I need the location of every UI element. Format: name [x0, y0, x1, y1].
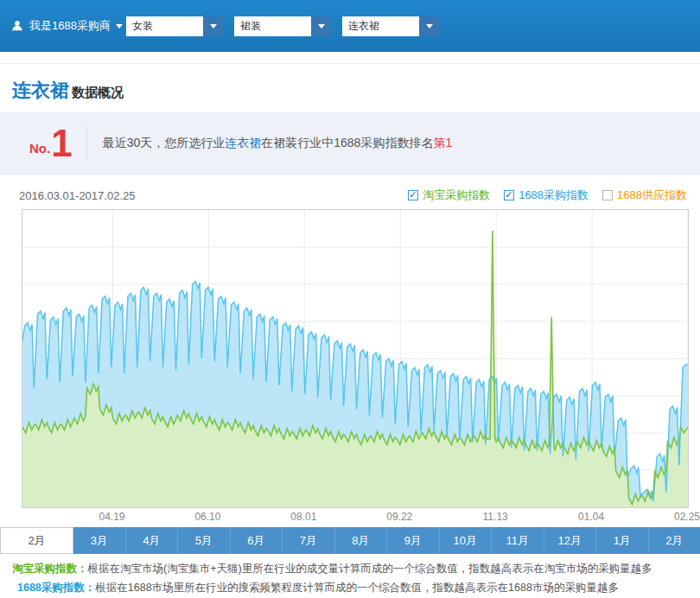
- caret-down-icon: [426, 24, 433, 29]
- select-value: 裙装: [234, 16, 311, 36]
- rank-banner: No.1 最近30天，您所选行业连衣裙在裙装行业中1688采购指数排名第1: [0, 112, 700, 175]
- month-tab[interactable]: 9月: [386, 527, 439, 554]
- category-select-level1[interactable]: 女装: [126, 16, 223, 36]
- legend-item-1688-purchase[interactable]: 1688采购指数: [504, 188, 589, 203]
- x-axis-label: 09.22: [386, 511, 412, 523]
- month-tab[interactable]: 5月: [177, 527, 230, 554]
- note-text: 根据在1688市场里所在行业的搜索频繁程度计算而成的一个综合数值，指数越高表示在…: [95, 582, 619, 594]
- caret-down-icon: [116, 24, 123, 29]
- rank-label: 第1: [433, 136, 452, 150]
- rank-text-middle: 在裙装行业中1688采购指数排名: [261, 136, 433, 150]
- select-value: 女装: [126, 16, 203, 36]
- legend-item-1688-supply[interactable]: 1688供应指数: [602, 188, 687, 203]
- page-title: 连衣裙数据概况: [0, 64, 700, 102]
- month-tab[interactable]: 4月: [125, 527, 178, 554]
- legend-item-taobao-purchase[interactable]: 淘宝采购指数: [408, 188, 490, 203]
- keyword-title: 连衣裙: [12, 80, 69, 101]
- month-selector: 2月 3月 4月 5月 6月 7月 8月 9月 10月 11月 12月 1月 2…: [0, 527, 700, 554]
- page: 我是1688采购商 女装 裙装 连衣裙 连衣裙数据概况 No.1 最近30天，您…: [0, 0, 700, 598]
- category-select-level3[interactable]: 连衣裙: [342, 16, 439, 36]
- caret-down-icon: [318, 24, 325, 29]
- divider: [86, 125, 87, 162]
- caret-down-icon: [210, 24, 217, 29]
- month-tab[interactable]: 1月: [595, 527, 648, 554]
- select-value: 连衣裙: [342, 16, 419, 36]
- x-axis: 04.1906.1008.0109.2211.1301.0402.25: [0, 508, 700, 525]
- user-icon: [10, 19, 24, 33]
- chart-legend: 淘宝采购指数 1688采购指数 1688供应指数: [408, 188, 687, 203]
- month-tab[interactable]: 6月: [230, 527, 283, 554]
- month-tab[interactable]: 12月: [544, 527, 596, 554]
- dropdown-button[interactable]: [203, 16, 223, 36]
- month-tab[interactable]: 7月: [282, 527, 334, 554]
- topbar: 我是1688采购商 女装 裙装 连衣裙: [0, 0, 700, 52]
- user-menu[interactable]: 我是1688采购商: [10, 18, 126, 34]
- chart-header: 2016.03.01-2017.02.25 淘宝采购指数 1688采购指数 16…: [0, 187, 700, 204]
- note-label: 1688采购指数：: [17, 582, 95, 594]
- checkbox-icon[interactable]: [408, 190, 418, 200]
- month-tab[interactable]: 3月: [73, 527, 125, 554]
- x-axis-label: 11.13: [483, 511, 508, 523]
- category-select-level2[interactable]: 裙装: [234, 16, 331, 36]
- checkbox-icon[interactable]: [504, 190, 514, 200]
- note-taobao-index: 淘宝采购指数：根据在淘宝市场(淘宝集市+天猫)里所在行业的成交量计算而成的一个综…: [12, 559, 700, 578]
- month-tab[interactable]: 2月: [648, 527, 700, 554]
- rank-description: 最近30天，您所选行业连衣裙在裙装行业中1688采购指数排名第1: [103, 136, 453, 151]
- month-tab[interactable]: 8月: [334, 527, 387, 554]
- footnotes: 淘宝采购指数：根据在淘宝市场(淘宝集市+天猫)里所在行业的成交量计算而成的一个综…: [0, 559, 700, 597]
- trend-chart: [22, 209, 689, 508]
- title-suffix: 数据概况: [72, 85, 124, 99]
- legend-label: 1688采购指数: [519, 188, 589, 203]
- month-tab-current[interactable]: 2月: [0, 527, 73, 554]
- x-axis-label: 04.19: [99, 511, 124, 523]
- month-tab[interactable]: 11月: [491, 527, 544, 554]
- x-axis-label: 08.01: [290, 511, 316, 523]
- dropdown-button[interactable]: [311, 16, 331, 36]
- checkbox-icon[interactable]: [602, 190, 613, 200]
- legend-label: 淘宝采购指数: [423, 188, 490, 203]
- trend-chart-canvas: [22, 210, 688, 507]
- user-label: 我是1688采购商: [29, 18, 111, 34]
- month-tab[interactable]: 10月: [439, 527, 492, 554]
- rank-no-label: No.: [29, 141, 50, 156]
- x-axis-label: 06.10: [194, 511, 220, 523]
- note-label: 淘宝采购指数：: [12, 563, 88, 575]
- rank-number: No.1: [29, 127, 73, 159]
- x-axis-label: 01.04: [578, 511, 604, 523]
- date-range: 2016.03.01-2017.02.25: [19, 189, 135, 202]
- note-text: 根据在淘宝市场(淘宝集市+天猫)里所在行业的成交量计算而成的一个综合数值，指数越…: [88, 563, 652, 575]
- rank-value: 1: [51, 127, 72, 159]
- dropdown-button[interactable]: [419, 16, 439, 36]
- x-axis-label: 02.25: [674, 511, 700, 523]
- rank-keyword: 连衣裙: [225, 136, 261, 150]
- legend-label: 1688供应指数: [617, 188, 687, 203]
- note-1688-index: 1688采购指数：根据在1688市场里所在行业的搜索频繁程度计算而成的一个综合数…: [12, 578, 700, 597]
- rank-text-before: 最近30天，您所选行业: [103, 136, 226, 150]
